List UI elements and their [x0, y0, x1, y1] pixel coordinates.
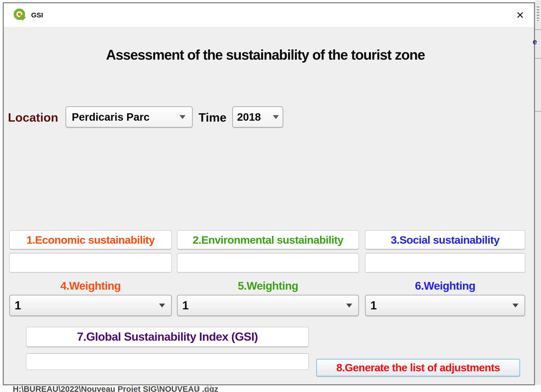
- chevron-down-icon: [159, 304, 165, 308]
- economic-weighting-label: 4.Weighting: [9, 279, 172, 293]
- panel-divider: [535, 58, 541, 59]
- time-dropdown-value: 2018: [237, 111, 261, 123]
- social-sustainability-button[interactable]: 3.Social sustainability: [365, 230, 525, 249]
- screen: e H:\BUREAU\2022\Nouveau Projet SIG\NOUV…: [0, 0, 541, 392]
- dialog-heading: Assessment of the sustainability of the …: [12, 46, 519, 63]
- economic-result-field[interactable]: [9, 253, 172, 273]
- economic-sustainability-button[interactable]: 1.Economic sustainability: [9, 230, 172, 249]
- social-weighting-label: 6.Weighting: [365, 279, 525, 293]
- environmental-sustainability-button[interactable]: 2.Environmental sustainability: [177, 230, 359, 249]
- panel-drag-handle-icon: [537, 6, 539, 21]
- tab-separator: [207, 385, 208, 392]
- close-button[interactable]: ✕: [513, 9, 527, 22]
- environmental-result-field[interactable]: [177, 253, 359, 273]
- chevron-down-icon: [512, 304, 519, 308]
- environmental-weighting-dropdown[interactable]: 1: [177, 295, 359, 316]
- tab-separator: [197, 385, 198, 392]
- social-sustainability-label: 3.Social sustainability: [391, 233, 499, 246]
- environmental-weighting-value: 1: [182, 299, 189, 312]
- social-weighting-dropdown[interactable]: 1: [365, 295, 525, 316]
- time-dropdown[interactable]: 2018: [232, 106, 283, 128]
- economic-sustainability-label: 1.Economic sustainability: [26, 233, 155, 246]
- chevron-down-icon: [179, 115, 186, 119]
- tab-separator: [211, 385, 211, 392]
- qgis-logo-icon: [13, 8, 27, 22]
- background-project-path: H:\BUREAU\2022\Nouveau Projet SIG\NOUVEA…: [13, 384, 218, 392]
- background-app-right-strip: [535, 0, 541, 392]
- location-dropdown-value: Perdicaris Parc: [72, 111, 150, 123]
- location-label: Location: [8, 107, 58, 128]
- title-bar[interactable]: GSI ✕: [4, 3, 534, 27]
- economic-weighting-value: 1: [15, 299, 21, 312]
- gsi-result-field[interactable]: [26, 353, 309, 370]
- generate-adjustments-label: 8.Generate the list of adjustments: [336, 361, 500, 374]
- economic-weighting-dropdown[interactable]: 1: [9, 295, 172, 316]
- social-weighting-value: 1: [370, 299, 377, 312]
- location-dropdown[interactable]: Perdicaris Parc: [65, 106, 193, 128]
- panel-divider: [535, 29, 541, 30]
- chevron-down-icon: [273, 115, 279, 119]
- social-result-field[interactable]: [365, 253, 525, 273]
- time-label: Time: [198, 107, 226, 128]
- chevron-down-icon: [346, 304, 352, 308]
- global-sustainability-index-button[interactable]: 7.Global Sustainability Index (GSI): [26, 327, 309, 347]
- panel-divider: [535, 111, 541, 112]
- global-sustainability-index-label: 7.Global Sustainability Index (GSI): [77, 330, 258, 344]
- background-clipped-text: e: [533, 37, 537, 46]
- generate-adjustments-button[interactable]: 8.Generate the list of adjustments: [316, 359, 520, 377]
- environmental-weighting-label: 5.Weighting: [177, 279, 359, 293]
- environmental-sustainability-label: 2.Environmental sustainability: [192, 233, 343, 246]
- window-title: GSI: [31, 3, 43, 27]
